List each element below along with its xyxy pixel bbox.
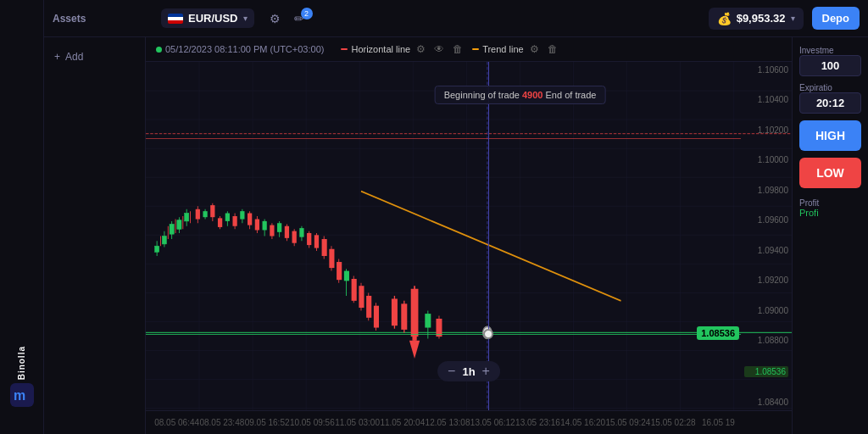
logo-icon: m <box>10 383 34 407</box>
deposit-button[interactable]: Depo <box>812 7 860 30</box>
datetime-text: 05/12/2023 08:11:00 PM (UTC+03:00) <box>165 44 324 54</box>
svg-rect-100 <box>412 320 416 340</box>
tline-label: Trend line <box>482 44 524 54</box>
svg-rect-56 <box>240 211 244 219</box>
pair-selector[interactable]: EUR/USD ▾ <box>161 8 254 28</box>
timeline: 08.05 06:44 08.05 23:48 09.05 16:52 10.0… <box>146 410 792 434</box>
expiration-input[interactable] <box>799 92 861 114</box>
candle-marker <box>483 329 493 339</box>
svg-rect-102 <box>425 314 431 327</box>
tl-10: 14.05 16:20 <box>560 418 605 427</box>
svg-rect-84 <box>344 271 349 281</box>
svg-rect-78 <box>322 239 327 256</box>
assets-panel: Assets <box>53 13 154 25</box>
topbar-right: 💰 $9,953.32 ▾ Depo <box>709 7 860 30</box>
svg-rect-38 <box>170 224 174 234</box>
svg-rect-74 <box>307 233 311 245</box>
add-label: Add <box>65 51 83 63</box>
svg-marker-99 <box>409 341 420 359</box>
profit-label: Profit <box>799 198 861 208</box>
logo-text: Binolla <box>17 346 26 380</box>
chart-wrapper: 05/12/2023 08:11:00 PM (UTC+03:00) Horiz… <box>146 37 792 434</box>
svg-text:m: m <box>14 388 25 403</box>
tl-3: 09.05 16:52 <box>244 418 289 427</box>
svg-rect-44 <box>196 209 200 220</box>
balance-chevron-icon: ▾ <box>791 14 795 23</box>
high-button[interactable]: HIGH <box>799 120 861 151</box>
svg-rect-82 <box>337 262 342 280</box>
svg-rect-88 <box>359 286 364 308</box>
pair-label: EUR/USD <box>188 12 238 25</box>
hline-label: Horizontal line <box>351 44 410 54</box>
plus-icon: + <box>54 51 60 63</box>
timeframe-label: 1h <box>462 365 475 378</box>
expiration-label: Expiratio <box>799 83 861 92</box>
svg-rect-48 <box>210 205 214 217</box>
svg-rect-46 <box>203 211 207 217</box>
svg-rect-94 <box>392 298 398 326</box>
datetime-display: 05/12/2023 08:11:00 PM (UTC+03:00) <box>156 44 324 54</box>
svg-rect-34 <box>155 246 159 252</box>
svg-rect-92 <box>374 306 379 328</box>
chevron-down-icon: ▾ <box>243 14 248 23</box>
hline-indicator <box>341 48 348 50</box>
balance-amount: $9,953.32 <box>737 12 786 25</box>
assets-label: Assets <box>53 13 86 25</box>
tline-settings-button[interactable]: ⚙ <box>527 42 542 56</box>
topbar: Assets EUR/USD ▾ ⚙ ✏ 2 💰 $9,953.32 <box>44 0 868 37</box>
tl-1: 08.05 06:44 <box>154 418 199 427</box>
live-dot <box>156 47 162 53</box>
current-price-badge: 1.08536 <box>697 326 739 340</box>
tl-12: 15.05 02:28 <box>651 418 696 427</box>
tline-indicator <box>472 48 479 50</box>
timeframe-decrease-button[interactable]: − <box>448 364 455 378</box>
tline-delete-button[interactable]: 🗑 <box>545 42 560 56</box>
assets-list: + Add <box>44 37 146 434</box>
svg-rect-90 <box>366 296 371 318</box>
svg-rect-86 <box>352 279 357 301</box>
tl-5: 11.05 03:00 <box>335 418 380 427</box>
add-asset-button[interactable]: + Add <box>44 46 145 68</box>
main-content: Assets EUR/USD ▾ ⚙ ✏ 2 💰 $9,953.32 <box>44 0 868 434</box>
drawing-badge: 2 <box>301 8 313 19</box>
svg-rect-50 <box>218 218 222 227</box>
hline-eye-button[interactable]: 👁 <box>431 42 447 56</box>
chart-tools: ⚙ ✏ 2 <box>266 8 320 29</box>
drawing-toolbar: Horizontal line ⚙ 👁 🗑 Trend line ⚙ 🗑 <box>341 42 559 56</box>
svg-rect-36 <box>162 236 166 244</box>
balance-display[interactable]: 💰 $9,953.32 ▾ <box>709 8 804 30</box>
svg-rect-60 <box>255 220 259 231</box>
investment-input[interactable] <box>799 55 861 76</box>
candlestick-chart <box>146 62 792 410</box>
profit-value: Profi <box>799 208 861 218</box>
svg-rect-66 <box>277 223 281 232</box>
svg-rect-104 <box>436 319 442 337</box>
wallet-icon: 💰 <box>717 12 732 25</box>
tl-2: 08.05 23:48 <box>199 418 244 427</box>
low-button[interactable]: LOW <box>799 158 861 188</box>
indicator-button[interactable]: ⚙ <box>266 8 284 29</box>
chart-canvas: Beginning of trade 4900 End of trade 1.0… <box>146 62 792 410</box>
flag-icon <box>168 14 183 24</box>
timeframe-increase-button[interactable]: + <box>482 364 490 378</box>
svg-rect-42 <box>185 213 189 220</box>
svg-rect-62 <box>263 221 267 231</box>
tl-13: 16.05 19 <box>696 418 741 427</box>
svg-rect-54 <box>232 216 236 226</box>
tl-7: 12.05 13:08 <box>425 418 470 427</box>
content-area: + Add 05/12/2023 08:11:00 PM (UTC+03:00)… <box>44 37 868 434</box>
trend-line-tool[interactable]: Trend line ⚙ 🗑 <box>472 42 560 56</box>
svg-rect-58 <box>248 213 252 225</box>
svg-rect-70 <box>292 231 297 243</box>
svg-rect-76 <box>314 235 319 248</box>
indicator-icon: ⚙ <box>270 12 281 25</box>
hline-delete-button[interactable]: 🗑 <box>450 42 465 56</box>
svg-rect-40 <box>177 220 181 230</box>
hline-settings-button[interactable]: ⚙ <box>414 42 428 56</box>
horizontal-line-tool[interactable]: Horizontal line ⚙ 👁 🗑 <box>341 42 465 56</box>
tl-11: 15.05 09:24 <box>605 418 650 427</box>
brand-logo: Binolla m <box>10 346 34 407</box>
tl-4: 10.05 09:56 <box>290 418 335 427</box>
svg-rect-80 <box>329 249 334 268</box>
investment-label: Investme <box>799 46 861 55</box>
